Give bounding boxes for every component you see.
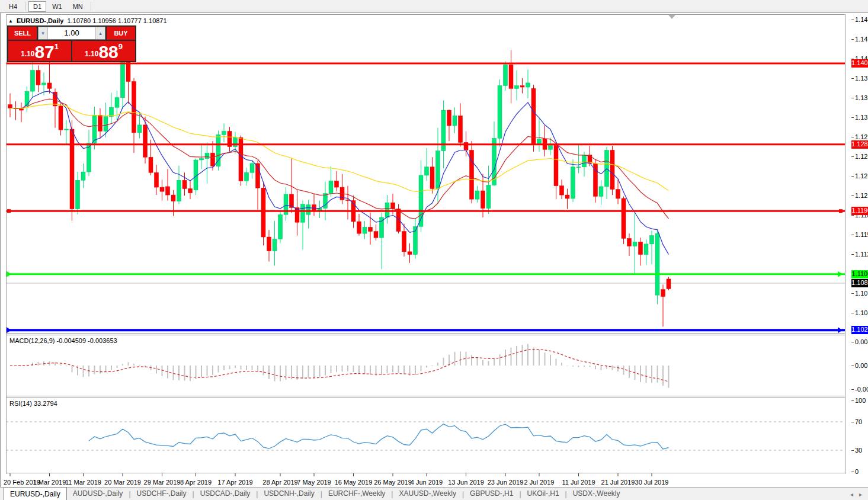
chart-tab-usdcnh-daily[interactable]: USDCNH-,Daily (258, 488, 320, 500)
toolbar-separator (91, 2, 91, 11)
date-tick-label: 1 Mar 2019 (33, 479, 66, 486)
price-badge-1_14009: 1.14009 (851, 59, 868, 68)
sell-price-big: 87 (34, 44, 54, 60)
date-tick-label: 13 Jun 2019 (448, 479, 484, 486)
triangle-down-icon: ▾ (41, 30, 44, 36)
triangle-up-icon: ▴ (99, 30, 102, 36)
price-badge-1_10871: 1.10871 (851, 279, 868, 287)
date-tick-label: 26 May 2019 (374, 479, 412, 486)
chart-tab-bar: EURUSD-,DailyAUDUSD-,Daily|USDCHF-,Daily… (0, 487, 868, 500)
price-tick: 1.13240 (855, 114, 868, 121)
chart-tab-eurusd-daily[interactable]: EURUSD-,Daily (4, 487, 67, 500)
timeframe-toolbar: H4D1W1MN (0, 0, 868, 13)
collapse-panel-icon[interactable]: ▲ (8, 18, 13, 24)
tab-scroll-left-icon[interactable]: ◂ (850, 491, 853, 498)
date-tick-label: 17 Apr 2019 (217, 479, 252, 486)
chart-tab-ukoil-h1[interactable]: UKOil-,H1 (521, 488, 565, 500)
date-tick-label: 29 Mar 2019 (144, 479, 181, 486)
price-tick: 1.12960 (855, 133, 868, 140)
tab-scroll-arrows: ◂ ▸ (850, 491, 868, 500)
volume-input[interactable]: 1.00 (48, 27, 95, 39)
sell-price-pip: 1 (55, 42, 59, 51)
date-tick-label: 23 Jun 2019 (488, 479, 524, 486)
price-tick: 1.14355 (855, 36, 868, 43)
chart-tab-xauusd-weekly[interactable]: XAUUSD-,Weekly (393, 488, 462, 500)
price-axis[interactable]: 1.146351.143551.140751.137951.135151.132… (853, 14, 868, 474)
price-tick: 1.13515 (855, 94, 868, 101)
buy-price-pip: 9 (118, 42, 123, 51)
date-tick-label: 30 Jul 2019 (635, 479, 669, 486)
price-tick: 1.13795 (855, 75, 868, 82)
macd-tick: 0.004524 (855, 338, 868, 345)
sell-price-prefix: 1.10 (21, 50, 34, 58)
volume-increase-button[interactable]: ▴ (95, 27, 105, 39)
date-tick-label: 11 Mar 2019 (65, 479, 101, 486)
sell-price-button[interactable]: 1.10871 (8, 41, 71, 61)
buy-button[interactable]: BUY (107, 27, 135, 40)
buy-price-prefix: 1.10 (85, 50, 98, 58)
chart-tab-usdx-weekly[interactable]: USDX-,Weekly (567, 488, 626, 500)
chart-tab-usdchf-daily[interactable]: USDCHF-,Daily (131, 488, 193, 500)
macd-tick: -0.00494 (855, 386, 868, 393)
price-badge-1_11000: 1.11000 (851, 270, 868, 278)
date-tick-label: 21 Jul 2019 (601, 479, 635, 486)
date-tick-label: 11 Jul 2019 (562, 479, 595, 486)
chart-tab-eurchf-weekly[interactable]: EURCHF-,Weekly (322, 488, 391, 500)
tab-scroll-right-icon[interactable]: ▸ (859, 491, 862, 498)
volume-spinner: ▾ 1.00 ▴ (38, 27, 105, 40)
buy-price-big: 88 (98, 44, 118, 60)
toolbar-separator (25, 2, 25, 11)
macd-tick: 0.00 (855, 362, 867, 369)
price-tick: 1.11565 (855, 231, 868, 238)
chart-tab-usdcad-daily[interactable]: USDCAD-,Daily (194, 488, 257, 500)
buy-price-button[interactable]: 1.10889 (72, 41, 135, 61)
price-badge-1_11901: 1.11901 (851, 207, 868, 215)
timeframe-button-w1[interactable]: W1 (47, 1, 67, 12)
chart-tab-audusd-daily[interactable]: AUDUSD-,Daily (67, 488, 129, 500)
timeframe-button-d1[interactable]: D1 (28, 1, 46, 12)
date-tick-label: 28 Apr 2019 (262, 479, 297, 486)
price-tick: 1.14635 (855, 16, 868, 23)
rsi-tick: 0 (855, 468, 859, 475)
chart-container: 1.146351.143551.140751.137951.135151.132… (0, 13, 868, 487)
chart-title: ▲ EURUSD-,Daily 1.10780 1.10956 1.10777 … (8, 17, 167, 24)
rsi-tick: 70 (855, 418, 862, 425)
mt4-window: H4D1W1MN 1.146351.143551.140751.137951.1… (0, 0, 868, 500)
rsi-tick: 100 (855, 397, 866, 404)
one-click-trading-panel: SELL ▾ 1.00 ▴ BUY 1.10871 1.10889 (7, 25, 136, 62)
price-badge-1_10201: 1.10201 (851, 326, 868, 334)
chart-symbol-label: EURUSD-,Daily (17, 17, 63, 24)
price-tick: 1.12400 (855, 172, 868, 180)
chart-tab-gbpusd-h1[interactable]: GBPUSD-,H1 (464, 488, 519, 500)
date-tick-label: 8 Apr 2019 (180, 479, 212, 486)
macd-indicator-label: MACD(12,26,9) -0.004509 -0.003653 (9, 337, 117, 344)
sell-button[interactable]: SELL (8, 27, 37, 40)
date-tick-label: 16 May 2019 (335, 479, 373, 486)
price-tick: 1.11285 (855, 251, 868, 258)
chart-plot[interactable] (6, 14, 847, 486)
date-tick-label: 4 Jun 2019 (411, 479, 443, 486)
chart-ohlc-quote: 1.10780 1.10956 1.10777 1.10871 (67, 17, 166, 24)
autoscroll-marker-icon[interactable] (668, 15, 675, 19)
price-tick: 1.10725 (855, 290, 868, 297)
rsi-indicator-label: RSI(14) 33.2794 (9, 400, 57, 407)
timeframe-button-h4[interactable]: H4 (4, 1, 22, 12)
date-tick-label: 7 May 2019 (297, 479, 331, 486)
timeframe-button-mn[interactable]: MN (68, 1, 88, 12)
date-tick-label: 20 Mar 2019 (104, 479, 141, 486)
date-tick-label: 2 Jul 2019 (524, 479, 555, 486)
volume-decrease-button[interactable]: ▾ (39, 27, 48, 39)
price-badge-1_12851: 1.12851 (851, 140, 868, 149)
price-tick: 1.12120 (855, 192, 868, 199)
price-tick: 1.10450 (855, 309, 868, 316)
price-tick: 1.12680 (855, 153, 868, 160)
rsi-tick: 30 (855, 447, 862, 454)
